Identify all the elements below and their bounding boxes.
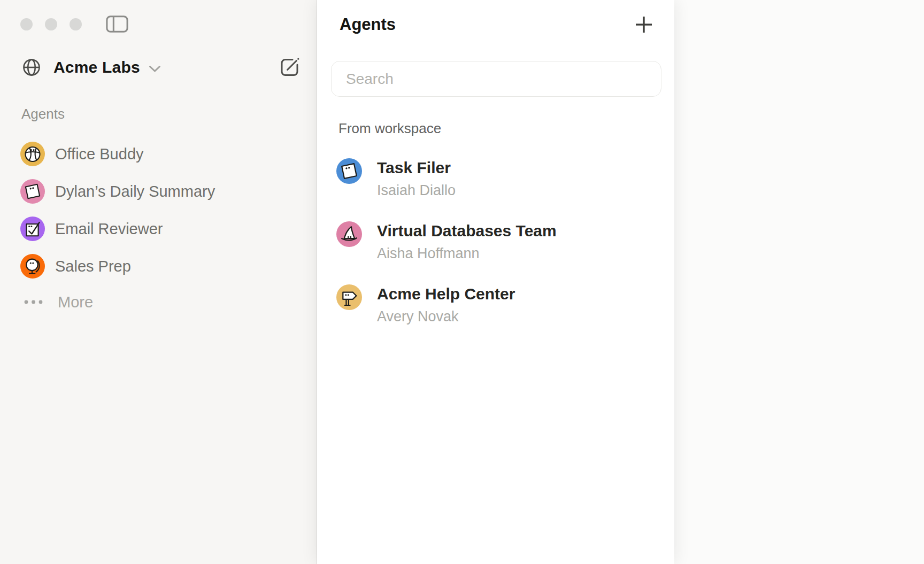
workspace-switcher[interactable]: Acme Labs <box>21 56 302 79</box>
agents-panel: Agents From workspace <box>317 0 674 564</box>
signpost-icon <box>336 284 362 310</box>
sidebar-item-label: Office Buddy <box>55 145 144 163</box>
workspace-agent-list: Task Filer Isaiah Diallo Virtual Databas… <box>317 157 674 327</box>
ball-face-icon <box>20 142 45 166</box>
sidebar-item-sales-prep[interactable]: Sales Prep <box>0 248 317 285</box>
sidebar-item-label: Email Reviewer <box>55 220 163 238</box>
sidebar-more-label: More <box>58 293 93 311</box>
desk-globe-icon <box>20 254 45 279</box>
globe-icon <box>21 57 42 78</box>
sidebar-item-label: Dylan’s Daily Summary <box>55 183 215 200</box>
sidebar-item-more[interactable]: More <box>0 285 317 319</box>
page-title: Agents <box>340 15 396 34</box>
window-chrome <box>0 0 317 33</box>
checked-note-icon <box>20 217 45 241</box>
search-input[interactable] <box>331 61 661 97</box>
agent-row-acme-help-center[interactable]: Acme Help Center Avery Novak <box>317 283 674 327</box>
tilted-note-icon <box>336 158 362 184</box>
ellipsis-icon <box>24 299 43 305</box>
compose-icon <box>278 56 302 79</box>
agent-row-text: Task Filer Isaiah Diallo <box>377 157 456 201</box>
minimize-window-button[interactable] <box>45 18 57 30</box>
search-container <box>317 34 674 97</box>
close-window-button[interactable] <box>20 18 33 30</box>
sidebar-item-office-buddy[interactable]: Office Buddy <box>0 135 317 173</box>
agent-name: Task Filer <box>377 157 456 179</box>
sidebar-toggle-button[interactable] <box>106 15 128 33</box>
chevron-down-icon <box>149 65 161 73</box>
sidebar: Acme Labs Agents <box>0 0 317 564</box>
agent-row-text: Acme Help Center Avery Novak <box>377 283 515 327</box>
sidebar-item-email-reviewer[interactable]: Email Reviewer <box>0 210 317 248</box>
agent-owner: Aisha Hoffmann <box>377 243 557 264</box>
agent-owner: Avery Novak <box>377 306 515 327</box>
sidebar-section-label: Agents <box>21 106 317 122</box>
workspace-name: Acme Labs <box>53 58 140 76</box>
agent-name: Acme Help Center <box>377 283 515 305</box>
zoom-window-button[interactable] <box>70 18 82 30</box>
tilted-note-icon <box>20 179 45 204</box>
agent-row-text: Virtual Databases Team Aisha Hoffmann <box>377 220 557 264</box>
agent-name: Virtual Databases Team <box>377 220 557 242</box>
agents-panel-header: Agents <box>317 0 674 34</box>
agent-owner: Isaiah Diallo <box>377 180 456 201</box>
new-chat-button[interactable] <box>278 56 302 79</box>
add-agent-button[interactable] <box>635 16 653 34</box>
plus-icon <box>635 16 653 34</box>
agent-row-task-filer[interactable]: Task Filer Isaiah Diallo <box>317 157 674 201</box>
sidebar-item-label: Sales Prep <box>55 258 131 275</box>
detail-area <box>674 0 924 564</box>
sidebar-item-dylans-daily-summary[interactable]: Dylan’s Daily Summary <box>0 173 317 210</box>
sidebar-toggle-icon <box>106 15 128 33</box>
window-controls <box>20 18 82 30</box>
from-workspace-label: From workspace <box>338 120 674 137</box>
witch-hat-icon <box>336 221 362 247</box>
agent-row-virtual-databases-team[interactable]: Virtual Databases Team Aisha Hoffmann <box>317 220 674 264</box>
sidebar-agent-list: Office Buddy Dylan’s Daily Summary <box>0 135 317 285</box>
